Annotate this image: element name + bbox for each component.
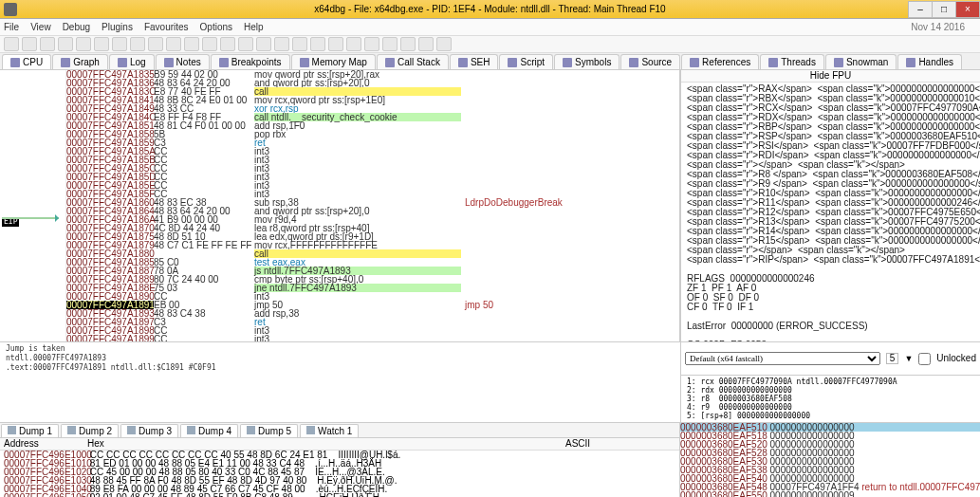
tab-snowman[interactable]: Snowman: [825, 54, 897, 69]
toolbar-button[interactable]: [256, 37, 271, 51]
stack-icon: [385, 58, 395, 67]
dump-tab[interactable]: Dump 1: [1, 424, 59, 437]
tab-call-stack[interactable]: Call Stack: [377, 54, 449, 69]
jump-arrow-icon: [2, 217, 59, 219]
toolbar-button[interactable]: [364, 37, 379, 51]
src-icon: [629, 58, 638, 67]
hex-header: AddressHexASCII: [0, 438, 679, 451]
comment-column: LdrpDoDebuggerBreakjmp 50LdrpGetProcAppH…: [461, 70, 679, 341]
app-icon: [4, 3, 17, 16]
maximize-button[interactable]: □: [932, 1, 956, 18]
disassembly[interactable]: 00007FFC497A1835B9 59 44 02 00mov qword …: [66, 70, 461, 341]
stack-panel[interactable]: 0000003680EAF510 00000000000000000000003…: [680, 423, 980, 497]
tab-notes[interactable]: Notes: [156, 54, 210, 69]
tab-source[interactable]: Source: [620, 54, 680, 69]
toolbar-button[interactable]: [220, 37, 235, 51]
dump-tab[interactable]: Watch 1: [300, 424, 359, 437]
toolbar-button[interactable]: [328, 37, 343, 51]
toolbar-button[interactable]: [40, 37, 55, 51]
dump-tab[interactable]: Dump 4: [180, 424, 238, 437]
dump-tab[interactable]: Dump 5: [240, 424, 298, 437]
toolbar-button[interactable]: [292, 37, 307, 51]
tab-script[interactable]: Script: [499, 54, 553, 69]
jump-gutter: EIP: [0, 70, 66, 341]
toolbar-button[interactable]: [76, 37, 91, 51]
menu-bar: File View Debug Plugins Favourites Optio…: [0, 19, 980, 36]
dump-icon: [8, 426, 16, 434]
tab-threads[interactable]: Threads: [760, 54, 824, 69]
tab-references[interactable]: References: [681, 54, 759, 69]
call-convention-bar: Default (x64 fastcall) 5 ▼ Unlocked: [681, 341, 980, 376]
toolbar-button[interactable]: [418, 37, 434, 51]
menu-debug[interactable]: Debug: [63, 22, 90, 32]
disasm-row[interactable]: 00007FFC497A1899CCint3: [66, 335, 461, 341]
dump-tab[interactable]: Dump 3: [120, 424, 178, 437]
menu-file[interactable]: File: [4, 22, 19, 32]
dump-icon: [67, 426, 76, 434]
title-bar: x64dbg - File: x64dbg.exe - PID: 1EF4 - …: [0, 0, 980, 19]
menu-plugins[interactable]: Plugins: [102, 22, 133, 32]
toolbar-button[interactable]: [238, 37, 253, 51]
toolbar-button[interactable]: [166, 37, 181, 51]
hide-fpu-toggle[interactable]: Hide FPU: [681, 70, 980, 83]
menu-help[interactable]: Help: [244, 22, 264, 32]
unlocked-label: Unlocked: [936, 354, 976, 363]
toolbar-button[interactable]: [400, 37, 416, 51]
threads-icon: [768, 58, 778, 67]
handles-icon: [906, 58, 915, 67]
toolbar-button[interactable]: [4, 37, 19, 51]
toolbar-button[interactable]: [202, 37, 217, 51]
dump-tabs: Dump 1Dump 2Dump 3Dump 4Dump 5Watch 1: [0, 423, 679, 438]
window-title: x64dbg - File: x64dbg.exe - PID: 1EF4 - …: [314, 4, 665, 14]
menu-options[interactable]: Options: [200, 22, 232, 32]
tab-cpu[interactable]: CPU: [2, 54, 51, 69]
log-icon: [118, 58, 127, 67]
toolbar-button[interactable]: [58, 37, 73, 51]
dump-icon: [127, 426, 136, 434]
registers-panel[interactable]: Hide FPU <span class="r">RAX</span> <spa…: [680, 70, 980, 341]
hex-body[interactable]: 00007FFC496E1000 CC CC CC CC CC CC CC CC…: [0, 451, 679, 497]
arg-count[interactable]: 5: [886, 353, 899, 364]
tab-breakpoints[interactable]: Breakpoints: [211, 54, 290, 69]
toolbar-button[interactable]: [148, 37, 163, 51]
toolbar-button[interactable]: [184, 37, 199, 51]
toolbar-button[interactable]: [22, 37, 37, 51]
tab-seh[interactable]: SEH: [450, 54, 499, 69]
mem-icon: [300, 58, 309, 67]
menu-favourites[interactable]: Favourites: [144, 22, 189, 32]
toolbar-button[interactable]: [382, 37, 398, 51]
toolbar-button[interactable]: [94, 37, 109, 51]
toolbar-button[interactable]: [436, 37, 452, 51]
unlocked-checkbox[interactable]: [918, 353, 931, 365]
seh-icon: [458, 58, 468, 67]
toolbar-button[interactable]: [310, 37, 325, 51]
ref-icon: [690, 58, 699, 67]
script-icon: [508, 58, 517, 67]
main-tabs: CPUGraphLogNotesBreakpointsMemory MapCal…: [0, 53, 980, 70]
tab-memory-map[interactable]: Memory Map: [291, 54, 376, 69]
dump-panel[interactable]: Dump 1Dump 2Dump 3Dump 4Dump 5Watch 1 Ad…: [0, 423, 680, 497]
close-button[interactable]: ×: [955, 1, 980, 18]
sym-icon: [563, 58, 572, 67]
dump-tab[interactable]: Dump 2: [61, 424, 119, 437]
tab-graph[interactable]: Graph: [52, 54, 108, 69]
minimize-button[interactable]: –: [908, 1, 933, 18]
toolbar: [0, 36, 980, 53]
notes-icon: [164, 58, 174, 67]
bp-icon: [219, 58, 229, 67]
toolbar-button[interactable]: [130, 37, 145, 51]
info-box: Jump is taken ntdll.00007FFC497A1893 .te…: [0, 341, 680, 368]
toolbar-button[interactable]: [274, 37, 289, 51]
cpu-icon: [10, 58, 20, 67]
args-list: 1: rcx 00007FFC4977090A ntdll.00007FFC49…: [681, 376, 980, 422]
tab-log[interactable]: Log: [109, 54, 155, 69]
tab-symbols[interactable]: Symbols: [554, 54, 619, 69]
dump-icon: [306, 426, 315, 434]
tab-handles[interactable]: Handles: [897, 54, 962, 69]
toolbar-button[interactable]: [346, 37, 361, 51]
call-convention-select[interactable]: Default (x64 fastcall): [685, 352, 880, 365]
dump-icon: [187, 426, 195, 434]
menu-view[interactable]: View: [30, 22, 51, 32]
toolbar-button[interactable]: [112, 37, 127, 51]
graph-icon: [61, 58, 70, 67]
